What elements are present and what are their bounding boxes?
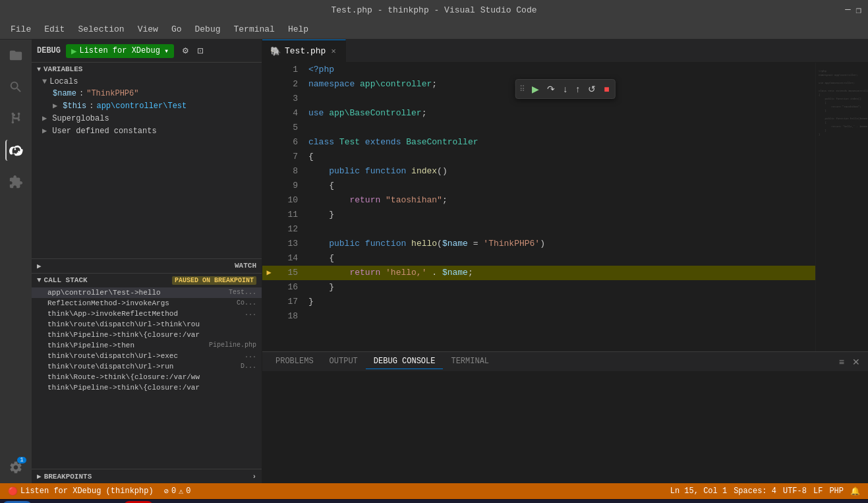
debug-run-icon[interactable] [5, 140, 26, 161]
call-stack-item-2[interactable]: think\App->invokeReflectMethod ... [32, 309, 262, 319]
taskbar-trash-icon[interactable]: 🗑️ [836, 501, 865, 504]
settings-icon[interactable]: 1 [5, 457, 26, 478]
menu-edit[interactable]: Edit [39, 22, 70, 37]
call-stack-item-7[interactable]: think\route\dispatch\Url->run D... [32, 361, 262, 372]
search-icon[interactable] [5, 76, 26, 98]
call-stack-item-4[interactable]: think\Pipeline->think\{closure:/var [32, 330, 262, 340]
menu-debug[interactable]: Debug [189, 22, 225, 37]
taskbar-keyboard-icon[interactable]: ⌨️ [275, 501, 304, 504]
line-content-12[interactable] [308, 222, 815, 237]
language-item[interactable]: PHP [826, 487, 846, 496]
position-item[interactable]: Ln 15, Col 1 [668, 487, 730, 496]
line-content-15[interactable]: return 'hello,' . $name; [308, 266, 815, 280]
taskbar-power-icon[interactable]: ⏻ [776, 501, 805, 504]
taskbar-network-icon[interactable]: 📡 [624, 501, 653, 504]
errors-item[interactable]: ⊘ 0 ⚠ 0 [161, 487, 194, 496]
debug-settings-button[interactable]: ⚙ [179, 45, 192, 57]
step-into-button[interactable]: ↓ [559, 81, 571, 97]
taskbar-notes-icon[interactable]: 📝 [185, 501, 214, 504]
debug-status-item[interactable]: 🔴 Listen for XDebug (thinkphp) [5, 487, 156, 496]
line-content-13[interactable]: public function hello($name = 'ThinkPHP6… [308, 237, 815, 251]
taskbar-deepin-icon[interactable]: 🌀 [3, 501, 32, 504]
menu-help[interactable]: Help [283, 22, 314, 37]
locals-item[interactable]: ▼ Locals [32, 76, 262, 88]
line-content-17[interactable]: } [308, 295, 815, 309]
menu-file[interactable]: File [5, 22, 36, 37]
line-content-10[interactable]: return "taoshihan"; [308, 193, 815, 208]
watch-header[interactable]: ▶ WATCH [32, 259, 262, 273]
taskbar-pen-icon[interactable]: ✏️ [685, 501, 714, 504]
menu-view[interactable]: View [132, 22, 163, 37]
menu-terminal[interactable]: Terminal [229, 22, 280, 37]
call-stack-item-0[interactable]: app\controller\Test->hello Test... [32, 287, 262, 298]
code-editor[interactable]: 1 <?php 2 namespace app\controller; 3 [262, 63, 815, 351]
tab-debug-console[interactable]: DEBUG CONSOLE [366, 354, 444, 369]
call-stack-item-6[interactable]: think\route\dispatch\Url->exec ... [32, 351, 262, 361]
taskbar-chrome-icon[interactable]: ● [245, 501, 274, 504]
debug-layout-button[interactable]: ⊡ [194, 45, 206, 57]
call-stack-item-1[interactable]: ReflectionMethod->invokeArgs Co... [32, 298, 262, 309]
encoding-item[interactable]: UTF-8 [780, 487, 809, 496]
listen-for-xdebug-button[interactable]: ▶ Listen for XDebug ▾ [66, 44, 174, 58]
taskbar-appstore-icon[interactable]: ⚙️ [94, 501, 123, 504]
extensions-icon[interactable] [5, 171, 26, 192]
taskbar-volume-icon[interactable]: 🔊 [654, 501, 683, 504]
feedback-icon-item[interactable]: 🔔 [848, 487, 863, 496]
restart-button[interactable]: ↺ [584, 81, 600, 97]
line-content-9[interactable]: { [308, 179, 815, 193]
tab-close-button[interactable]: ✕ [330, 45, 337, 57]
stop-button[interactable]: ■ [600, 81, 613, 97]
taskbar-clock-icon[interactable]: 16:54 [806, 501, 835, 504]
call-stack-item-5[interactable]: think\Pipeline->then Pipeline.php [32, 340, 262, 351]
taskbar-arrow-icon[interactable]: ◀ [745, 501, 774, 504]
breakpoints-header[interactable]: ▶ BREAKPOINTS › [32, 469, 262, 483]
panel-close-icon[interactable]: ✕ [850, 355, 863, 369]
menu-go[interactable]: Go [166, 22, 187, 37]
drag-handle-icon[interactable]: ⠿ [517, 84, 528, 94]
debug-console-content[interactable] [262, 372, 868, 483]
line-ending-item[interactable]: LF [811, 487, 825, 496]
tab-test-php[interactable]: 🐘 Test.php ✕ [262, 40, 346, 63]
this-var-item[interactable]: ▶ $this : app\controller\Test [32, 100, 262, 112]
spaces-item[interactable]: Spaces: 4 [731, 487, 779, 496]
taskbar-browser-icon[interactable]: 🌐 [154, 501, 183, 504]
line-content-6[interactable]: class Test extends BaseController [308, 135, 815, 150]
continue-button[interactable]: ▶ [528, 81, 543, 97]
taskbar-terminal-icon[interactable]: >_ [124, 501, 153, 504]
tab-output[interactable]: OUTPUT [322, 354, 366, 369]
call-stack-item-3[interactable]: think\route\dispatch\Url->think\rou [32, 319, 262, 330]
bell-icon: 🔔 [850, 487, 860, 496]
maximize-button[interactable]: ❐ [856, 5, 861, 16]
step-over-button[interactable]: ↷ [543, 81, 559, 97]
tab-terminal[interactable]: TERMINAL [443, 354, 497, 369]
menu-selection[interactable]: Selection [72, 22, 129, 37]
variables-header[interactable]: ▼ VARIABLES [32, 63, 262, 76]
name-var-item[interactable]: $name : "ThinkPHP6" [32, 88, 262, 100]
line-content-7[interactable]: { [308, 150, 815, 164]
taskbar-vscode-icon[interactable] [215, 501, 244, 504]
line-content-18[interactable] [308, 309, 815, 324]
line-content-5[interactable] [308, 121, 815, 135]
breakpoints-expand-icon[interactable]: › [252, 473, 256, 481]
line-content-4[interactable]: use app\BaseController; [308, 106, 815, 121]
line-content-8[interactable]: public function index() [308, 164, 815, 179]
taskbar-files-icon[interactable]: 📁 [33, 501, 62, 504]
call-stack-item-9[interactable]: think\Pipeline->think\{closure:/var [32, 382, 262, 393]
panel-action-list-icon[interactable]: ≡ [836, 355, 847, 369]
dropdown-chevron-icon[interactable]: ▾ [164, 46, 169, 56]
line-content-11[interactable]: } [308, 208, 815, 222]
tab-problems[interactable]: PROBLEMS [268, 354, 322, 369]
minimize-button[interactable]: ─ [845, 5, 850, 16]
superglobals-item[interactable]: ▶ Superglobals [32, 112, 262, 125]
line-content-1[interactable]: <?php [308, 63, 815, 77]
taskbar-display-icon[interactable]: 🖥 [715, 501, 744, 504]
source-control-icon[interactable] [5, 108, 26, 129]
taskbar-video-icon[interactable]: 🎬 [63, 501, 92, 504]
user-defined-item[interactable]: ▶ User defined constants [32, 125, 262, 137]
call-stack-item-8[interactable]: think\Route->think\{closure:/var/ww [32, 372, 262, 382]
call-stack-header[interactable]: ▼ CALL STACK PAUSED ON BREAKPOINT [32, 274, 262, 287]
explorer-icon[interactable] [5, 45, 26, 66]
line-content-16[interactable]: } [308, 280, 815, 295]
line-content-14[interactable]: { [308, 251, 815, 266]
step-out-button[interactable]: ↑ [571, 81, 584, 97]
